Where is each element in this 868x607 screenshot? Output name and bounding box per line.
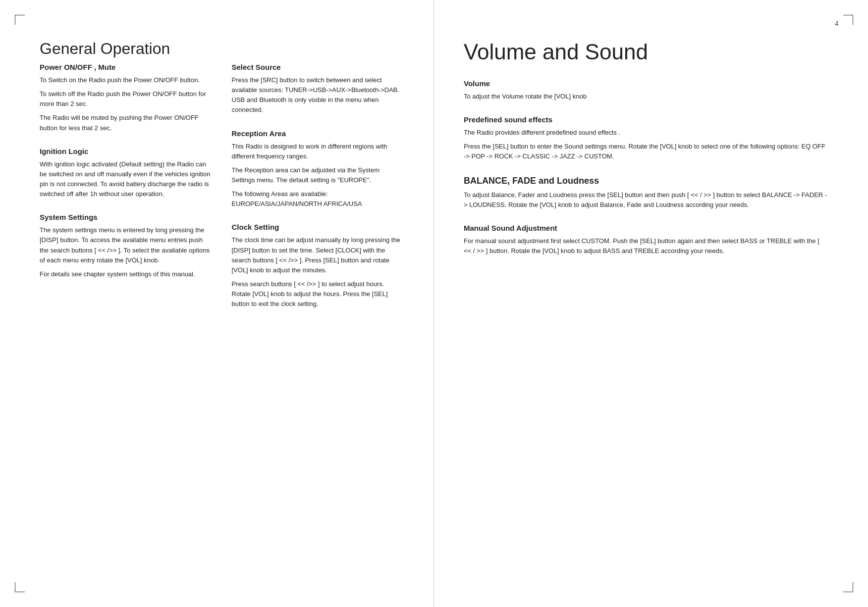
section-manual: Manual Sound Adjustment For manual sound…: [464, 224, 828, 256]
section-power-body: To Switch on the Radio push the Power ON…: [40, 75, 212, 133]
power-p1: To Switch on the Radio push the Power ON…: [40, 75, 212, 85]
system-p2: For details see chapter system settings …: [40, 269, 212, 279]
reception-p1: This Radio is designed to work in differ…: [232, 142, 404, 161]
section-clock-heading: Clock Setting: [232, 223, 404, 231]
corner-mark-br: [843, 582, 853, 592]
corner-mark-tl: [15, 15, 25, 25]
section-source-heading: Select Source: [232, 63, 404, 71]
section-manual-body: For manual sound adjustment first select…: [464, 236, 828, 256]
section-source-body: Press the [SRC] button to switch between…: [232, 75, 404, 115]
left-page-columns: Power ON/OFF , Mute To Switch on the Rad…: [40, 63, 404, 323]
section-reception: Reception Area This Radio is designed to…: [232, 129, 404, 209]
left-col-1: Power ON/OFF , Mute To Switch on the Rad…: [40, 63, 212, 323]
section-reception-body: This Radio is designed to work in differ…: [232, 142, 404, 209]
section-system-heading: System Settings: [40, 213, 212, 221]
page-number: 4: [835, 20, 838, 28]
section-system: System Settings The system settings menu…: [40, 213, 212, 279]
clock-p1: The clock time can be adjust manually by…: [232, 235, 404, 275]
balance-p1: To adjust Balance, Fader and Loudness pr…: [464, 190, 828, 210]
manual-p1: For manual sound adjustment first select…: [464, 236, 828, 256]
left-col-2: Select Source Press the [SRC] button to …: [232, 63, 404, 323]
section-power: Power ON/OFF , Mute To Switch on the Rad…: [40, 63, 212, 133]
section-balance-heading: BALANCE, FADE and Loudness: [464, 176, 828, 186]
system-p1: The system settings menu is entered by l…: [40, 225, 212, 265]
corner-mark-bl: [15, 582, 25, 592]
predefined-p2: Press the [SEL] button to enter the Soun…: [464, 142, 828, 161]
section-clock-body: The clock time can be adjust manually by…: [232, 235, 404, 309]
ignition-p1: With ignition logic activated (Default s…: [40, 159, 212, 200]
section-reception-heading: Reception Area: [232, 129, 404, 138]
section-power-heading: Power ON/OFF , Mute: [40, 63, 212, 71]
right-page: 4 Volume and Sound Volume To adjust the …: [434, 0, 868, 607]
volume-p1: To adjust the Volume rotate the [VOL] kn…: [464, 92, 828, 101]
section-predefined: Predefined sound effects The Radio provi…: [464, 115, 828, 161]
right-page-title: Volume and Sound: [464, 40, 828, 64]
corner-mark-tr: [843, 15, 853, 25]
section-predefined-heading: Predefined sound effects: [464, 115, 828, 124]
reception-p3: The following Areas are available: EUROP…: [232, 189, 404, 209]
section-balance-body: To adjust Balance, Fader and Loudness pr…: [464, 190, 828, 210]
section-predefined-body: The Radio provides different predefined …: [464, 128, 828, 161]
left-page-title: General Operation: [40, 40, 404, 58]
power-p3: The Radio will be muted by pushing the P…: [40, 113, 212, 133]
section-ignition: Ignition Logic With ignition logic activ…: [40, 147, 212, 200]
section-ignition-body: With ignition logic activated (Default s…: [40, 159, 212, 200]
section-source: Select Source Press the [SRC] button to …: [232, 63, 404, 115]
section-ignition-heading: Ignition Logic: [40, 147, 212, 155]
left-page: General Operation Power ON/OFF , Mute To…: [0, 0, 434, 607]
section-manual-heading: Manual Sound Adjustment: [464, 224, 828, 232]
section-system-body: The system settings menu is entered by l…: [40, 225, 212, 279]
reception-p2: The Reception area can be adjusted via t…: [232, 165, 404, 185]
power-p2: To switch off the Radio push the Power O…: [40, 89, 212, 109]
clock-p2: Press search buttons [ << />> ] to selec…: [232, 279, 404, 309]
predefined-p1: The Radio provides different predefined …: [464, 128, 828, 138]
section-volume-heading: Volume: [464, 79, 828, 88]
page-spread: General Operation Power ON/OFF , Mute To…: [0, 0, 868, 607]
source-p1: Press the [SRC] button to switch between…: [232, 75, 404, 115]
section-balance: BALANCE, FADE and Loudness To adjust Bal…: [464, 176, 828, 210]
section-clock: Clock Setting The clock time can be adju…: [232, 223, 404, 309]
section-volume: Volume To adjust the Volume rotate the […: [464, 79, 828, 101]
section-volume-body: To adjust the Volume rotate the [VOL] kn…: [464, 92, 828, 101]
